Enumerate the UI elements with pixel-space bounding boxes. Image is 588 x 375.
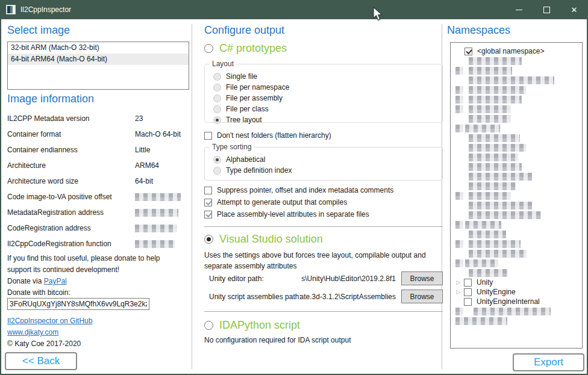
namespace-item-redacted[interactable] xyxy=(451,239,582,249)
expander-icon[interactable]: ▷ xyxy=(455,288,462,296)
radio-option-file-per-assembly[interactable]: File per assembly xyxy=(213,93,437,103)
radio-icon xyxy=(213,167,221,175)
minimize-button[interactable] xyxy=(505,0,533,19)
visual-studio-radio[interactable]: Visual Studio solution xyxy=(204,233,323,246)
idapython-description: No configuration required for IDA script… xyxy=(204,336,351,344)
image-listbox[interactable]: 32-bit ARM (Mach-O 32-bit) 64-bit ARM64 … xyxy=(7,42,189,90)
close-button[interactable]: ✕ xyxy=(560,0,588,19)
option-checkbox-place[interactable]: Place assembly-level attributes in separ… xyxy=(204,209,393,219)
radio-option-file-per-class[interactable]: File per class xyxy=(213,104,437,114)
image-item-32bit[interactable]: 32-bit ARM (Mach-O 32-bit) xyxy=(8,42,189,54)
radio-icon xyxy=(213,95,221,102)
back-button[interactable]: << Back xyxy=(5,352,77,370)
namespace-item-unity[interactable]: ▷Unity xyxy=(451,277,582,287)
namespace-item-redacted[interactable] xyxy=(451,66,582,75)
info-row: Container formatMach-O 64-bit xyxy=(7,126,190,142)
redacted-value xyxy=(135,225,177,232)
maximize-button[interactable] xyxy=(533,0,560,19)
expander-icon[interactable]: ▷ xyxy=(455,279,462,287)
layout-group-title: Layout xyxy=(210,60,236,68)
image-item-64bit[interactable]: 64-bit ARM64 (Mach-O 64-bit) xyxy=(8,54,189,65)
namespace-item-redacted[interactable] xyxy=(451,181,582,191)
namespace-item-redacted[interactable] xyxy=(451,200,582,210)
redacted-namespace xyxy=(469,134,520,142)
namespace-item-redacted[interactable] xyxy=(451,172,582,181)
flatten-checkbox[interactable]: Don't nest folders (flatten hierarchy) xyxy=(204,131,331,140)
redacted-checkbox xyxy=(455,308,463,315)
namespace-item-redacted[interactable] xyxy=(451,143,582,152)
csharp-prototypes-radio[interactable]: C# prototypes xyxy=(204,42,287,55)
namespace-item-redacted[interactable] xyxy=(451,306,582,316)
copyright-text: © Katy Coe 2017-2020 xyxy=(7,339,81,348)
namespace-item-redacted[interactable] xyxy=(451,95,582,104)
checkbox-icon[interactable] xyxy=(464,279,472,287)
checkbox-icon[interactable] xyxy=(464,288,472,296)
radio-option-tree-layout[interactable]: Tree layout xyxy=(213,115,437,125)
radio-option-type-definition-index[interactable]: Type definition index xyxy=(213,166,437,175)
export-button[interactable]: Export xyxy=(513,353,584,371)
namespace-item-redacted[interactable] xyxy=(451,152,582,162)
namespace-item-redacted[interactable] xyxy=(451,229,582,239)
select-image-header: Select image xyxy=(7,24,70,37)
radio-label: Tree layout xyxy=(226,116,262,124)
idapython-radio[interactable]: IDAPython script xyxy=(204,319,300,332)
redacted-namespace xyxy=(469,115,511,123)
option-checkbox-suppress[interactable]: Suppress pointer, offset and index metad… xyxy=(204,185,393,195)
namespace-item-redacted[interactable] xyxy=(451,123,582,133)
redacted-namespace xyxy=(469,173,532,181)
redacted-checkbox xyxy=(455,317,463,325)
redacted-namespace xyxy=(465,221,501,229)
unity-editor-path-value: s\Unity\Hub\Editor\2019.2.8f1 xyxy=(301,274,396,283)
redacted-checkbox xyxy=(455,259,463,267)
separator xyxy=(204,226,443,227)
namespaces-listbox[interactable]: <global namespace> ▷Unity▷UnityEngineUni… xyxy=(450,42,583,349)
github-link[interactable]: Il2CppInspector on GitHub xyxy=(7,317,92,325)
paypal-link[interactable]: PayPal xyxy=(44,277,67,285)
window-title: Il2CppInspector xyxy=(20,5,71,14)
configure-output-header: Configure output xyxy=(204,24,284,37)
browse-assemblies-button[interactable]: Browse xyxy=(401,290,443,303)
namespace-item-unityengineinternal[interactable]: UnityEngineInternal xyxy=(451,297,582,306)
namespace-item-redacted[interactable] xyxy=(451,258,582,268)
namespace-item-redacted[interactable] xyxy=(451,56,582,66)
redacted-namespace xyxy=(469,269,508,277)
namespace-item-redacted[interactable] xyxy=(451,133,582,143)
checkbox-icon xyxy=(204,211,212,218)
checkbox-icon[interactable] xyxy=(464,48,472,55)
type-sorting-group-title: Type sorting xyxy=(210,143,254,151)
redacted-checkbox xyxy=(455,96,463,104)
radio-icon xyxy=(213,156,221,164)
namespace-item-redacted[interactable] xyxy=(451,191,582,200)
checkbox-icon xyxy=(204,187,212,194)
redacted-checkbox xyxy=(455,125,463,132)
namespace-item-redacted[interactable] xyxy=(451,220,582,229)
radio-option-file-per-namespace[interactable]: File per namespace xyxy=(213,82,437,92)
namespace-item-redacted[interactable] xyxy=(451,114,582,123)
namespace-item-redacted[interactable] xyxy=(451,104,582,114)
namespace-item-redacted[interactable] xyxy=(451,162,582,172)
radio-option-single-file[interactable]: Single file xyxy=(213,72,437,81)
redacted-namespace xyxy=(469,163,522,171)
option-checkbox-attempt[interactable]: Attempt to generate output that compiles xyxy=(204,197,393,207)
namespace-item-redacted[interactable] xyxy=(451,85,582,95)
namespace-item-global[interactable]: <global namespace> xyxy=(451,46,582,56)
csharp-prototypes-label: C# prototypes xyxy=(219,42,287,54)
radio-option-alphabetical[interactable]: Alphabetical xyxy=(213,155,437,164)
namespace-item-redacted[interactable] xyxy=(451,249,582,258)
browse-editor-button[interactable]: Browse xyxy=(401,271,443,285)
namespace-item-unityengine[interactable]: ▷UnityEngine xyxy=(451,287,582,297)
namespace-item-redacted[interactable] xyxy=(451,75,582,85)
redacted-checkbox xyxy=(455,240,463,248)
layout-groupbox: Layout Single fileFile per namespaceFile… xyxy=(204,64,443,123)
namespace-item-redacted[interactable] xyxy=(451,316,582,326)
namespace-item-redacted[interactable] xyxy=(451,210,582,220)
radio-icon xyxy=(204,235,213,244)
website-link[interactable]: www.djkaty.com xyxy=(7,328,58,336)
namespace-item-redacted[interactable] xyxy=(451,268,582,277)
namespace-label: UnityEngine xyxy=(477,288,516,296)
redacted-checkbox xyxy=(455,221,463,229)
redacted-checkbox xyxy=(455,105,463,113)
bitcoin-address-input[interactable] xyxy=(7,298,149,310)
checkbox-icon[interactable] xyxy=(464,298,472,306)
checkbox-icon xyxy=(204,199,212,206)
